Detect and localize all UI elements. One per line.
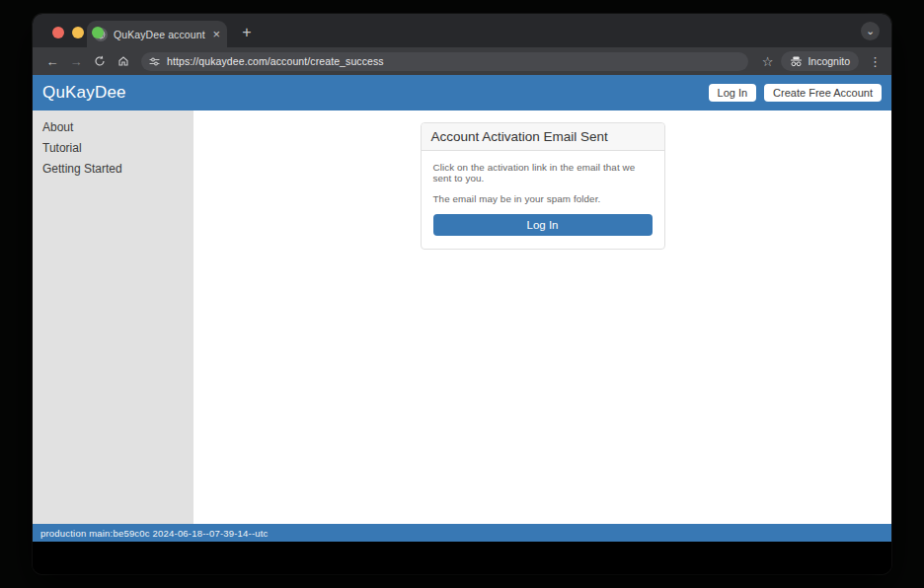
browser-tab[interactable]: QuKayDee account activation × xyxy=(87,21,227,47)
back-icon[interactable]: ← xyxy=(42,51,62,71)
tab-title: QuKayDee account activation xyxy=(114,29,206,40)
bookmark-star-icon[interactable]: ☆ xyxy=(762,54,774,69)
sidebar-item-getting-started[interactable]: Getting Started xyxy=(42,163,193,175)
site-header: QuKayDee Log In Create Free Account xyxy=(33,75,891,110)
site-settings-icon[interactable] xyxy=(149,56,160,67)
card-login-button[interactable]: Log In xyxy=(433,214,653,236)
activation-card: Account Activation Email Sent Click on t… xyxy=(421,122,665,250)
spam-note-text: The email may be in your spam folder. xyxy=(433,193,653,204)
page-content: About Tutorial Getting Started Account A… xyxy=(33,110,891,524)
build-info-text: production main:be59c0c 2024-06-18--07-3… xyxy=(40,528,269,539)
incognito-badge: Incognito xyxy=(781,51,859,71)
card-title: Account Activation Email Sent xyxy=(422,123,664,151)
tab-close-icon[interactable]: × xyxy=(212,28,220,40)
home-icon[interactable] xyxy=(114,51,133,71)
incognito-icon xyxy=(790,56,803,67)
new-tab-button[interactable]: + xyxy=(237,23,257,42)
brand-logo[interactable]: QuKayDee xyxy=(42,83,126,103)
browser-menu-icon[interactable]: ⋮ xyxy=(869,54,882,69)
browser-window: QuKayDee account activation × + ⌄ ← → xyxy=(33,14,891,574)
sidebar-item-tutorial[interactable]: Tutorial xyxy=(42,142,193,154)
incognito-label: Incognito xyxy=(808,55,850,67)
url-text: https://qukaydee.com/account/create_succ… xyxy=(167,55,384,67)
window-bottom-frame xyxy=(33,542,891,574)
main-area: Account Activation Email Sent Click on t… xyxy=(193,110,891,524)
reload-icon[interactable] xyxy=(90,51,110,71)
forward-icon[interactable]: → xyxy=(66,51,86,71)
chevron-down-icon[interactable]: ⌄ xyxy=(861,22,880,40)
header-actions: Log In Create Free Account xyxy=(709,84,882,102)
tab-strip: QuKayDee account activation × + ⌄ xyxy=(33,14,891,47)
browser-toolbar: ← → https://qukaydee.com/account/create_… xyxy=(33,47,891,75)
traffic-lights xyxy=(52,27,104,38)
card-body: Click on the activation link in the emai… xyxy=(422,151,664,249)
login-button[interactable]: Log In xyxy=(709,84,757,102)
close-window-button[interactable] xyxy=(52,27,64,38)
minimize-window-button[interactable] xyxy=(72,27,84,38)
site-footer: production main:be59c0c 2024-06-18--07-3… xyxy=(33,524,891,542)
sidebar: About Tutorial Getting Started xyxy=(33,110,193,524)
url-bar[interactable]: https://qukaydee.com/account/create_succ… xyxy=(141,52,748,71)
activation-instruction-text: Click on the activation link in the emai… xyxy=(433,162,653,184)
create-free-account-button[interactable]: Create Free Account xyxy=(764,84,882,102)
maximize-window-button[interactable] xyxy=(92,27,104,38)
sidebar-item-about[interactable]: About xyxy=(42,121,193,133)
